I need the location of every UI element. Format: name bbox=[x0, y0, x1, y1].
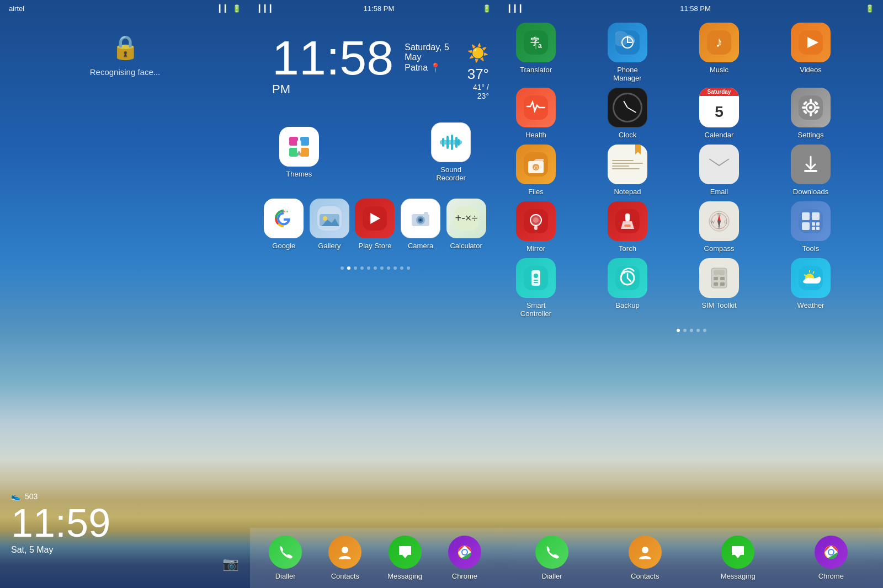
dock-middle: Dialler Contacts Messaging bbox=[250, 528, 500, 588]
dock-dialler[interactable]: Dialler bbox=[260, 536, 310, 580]
dock-contacts[interactable]: Contacts bbox=[320, 536, 370, 580]
svg-rect-48 bbox=[802, 106, 806, 109]
videos-icon bbox=[791, 23, 831, 62]
phone-manager-icon bbox=[608, 23, 647, 62]
dock-chrome[interactable]: Chrome bbox=[440, 536, 490, 580]
dot-active bbox=[677, 329, 680, 332]
dot bbox=[690, 329, 693, 332]
dock-dialler-label: Dialler bbox=[275, 572, 296, 580]
translator-icon: 字 a bbox=[516, 23, 556, 62]
app-compass[interactable]: N S W E Compass bbox=[694, 201, 744, 253]
camera-shortcut-icon[interactable]: 📷 bbox=[222, 556, 239, 571]
lock-date: Sat, 5 May bbox=[11, 545, 110, 555]
app-mirror[interactable]: Mirror bbox=[511, 201, 561, 253]
app-translator[interactable]: 字 a Translator bbox=[511, 23, 561, 82]
dock-right: Dialler Contacts Messaging bbox=[500, 528, 883, 588]
battery-right: 🔋 bbox=[865, 4, 874, 13]
svg-rect-64 bbox=[534, 226, 538, 230]
app-videos[interactable]: Videos bbox=[786, 23, 836, 82]
app-play-store[interactable]: Play Store bbox=[352, 199, 398, 250]
dialler-icon-right bbox=[535, 536, 568, 569]
app-torch[interactable]: Torch bbox=[603, 201, 652, 253]
app-email[interactable]: Email bbox=[694, 145, 744, 196]
dot bbox=[354, 266, 357, 270]
clock-big-time: 11:58 bbox=[272, 30, 393, 85]
smart-controller-label: Smart Controller bbox=[511, 301, 561, 318]
play-store-icon bbox=[355, 199, 395, 238]
svg-rect-9 bbox=[451, 135, 453, 150]
app-themes[interactable]: Themes bbox=[274, 127, 324, 178]
app-sound-recorder[interactable]: Sound Recorder bbox=[426, 122, 476, 182]
torch-label: Torch bbox=[619, 244, 636, 253]
lock-screen-panel: airtel ▎▎ 🔋 🔒 Recognising face... 👟 503 … bbox=[0, 0, 250, 588]
messaging-icon-right bbox=[721, 536, 754, 569]
svg-text:♪: ♪ bbox=[716, 34, 723, 50]
phone-manager-label: Phone Manager bbox=[603, 66, 652, 82]
clock-time-display: 11:58 PM bbox=[272, 34, 393, 97]
svg-text:+-×÷: +-×÷ bbox=[455, 212, 477, 224]
email-icon bbox=[699, 145, 739, 184]
clock-location-line: Patna 📍 bbox=[405, 62, 454, 73]
app-tools[interactable]: Tools bbox=[786, 201, 836, 253]
dot bbox=[367, 266, 370, 270]
app-camera[interactable]: Camera bbox=[398, 199, 444, 250]
svg-rect-1 bbox=[300, 137, 309, 146]
sound-recorder-label: Sound Recorder bbox=[426, 165, 476, 182]
calendar-label: Calendar bbox=[705, 131, 734, 139]
svg-rect-2 bbox=[289, 148, 298, 157]
music-label: Music bbox=[710, 66, 728, 74]
files-icon: ⊙ bbox=[516, 145, 556, 184]
app-calendar[interactable]: Saturday 5 Calendar bbox=[694, 88, 744, 139]
dock-messaging-label: Messaging bbox=[387, 572, 422, 580]
app-backup[interactable]: Backup bbox=[603, 258, 652, 318]
sound-recorder-icon bbox=[431, 122, 471, 162]
app-google[interactable]: Google bbox=[261, 199, 307, 250]
dot bbox=[380, 266, 384, 270]
app-health[interactable]: Health bbox=[511, 88, 561, 139]
app-gallery[interactable]: Gallery bbox=[307, 199, 353, 250]
app-clock[interactable]: Clock bbox=[603, 88, 652, 139]
apps-row-2: Google Gallery Play Store bbox=[250, 182, 500, 250]
health-icon bbox=[516, 88, 556, 127]
clock-date-display: Saturday, 5 May Patna 📍 bbox=[405, 34, 454, 73]
page-dots-middle bbox=[250, 266, 500, 270]
svg-point-86 bbox=[534, 274, 538, 278]
dot bbox=[393, 266, 397, 270]
app-weather[interactable]: Weather bbox=[786, 258, 836, 318]
app-music[interactable]: ♪ Music bbox=[694, 23, 744, 82]
app-sim-toolkit[interactable]: SIM Toolkit bbox=[694, 258, 744, 318]
status-bar-lock: airtel ▎▎ 🔋 bbox=[0, 0, 250, 17]
dot-active bbox=[347, 266, 350, 270]
app-phone-manager[interactable]: Phone Manager bbox=[603, 23, 652, 82]
app-notepad[interactable]: Notepad bbox=[603, 145, 652, 196]
svg-text:a: a bbox=[538, 42, 542, 50]
svg-rect-82 bbox=[812, 227, 815, 230]
svg-rect-79 bbox=[802, 222, 810, 230]
dock-messaging[interactable]: Messaging bbox=[380, 536, 430, 580]
cal-header: Saturday bbox=[699, 88, 739, 96]
mirror-label: Mirror bbox=[526, 244, 545, 253]
svg-point-28 bbox=[342, 547, 348, 553]
notepad-icon bbox=[608, 145, 647, 184]
app-smart-controller[interactable]: Smart Controller bbox=[511, 258, 561, 318]
svg-rect-0 bbox=[289, 137, 298, 146]
dock-right-contacts[interactable]: Contacts bbox=[620, 536, 670, 580]
svg-rect-83 bbox=[816, 227, 820, 230]
svg-rect-95 bbox=[720, 277, 725, 280]
app-settings[interactable]: Settings bbox=[786, 88, 836, 139]
torch-icon bbox=[608, 201, 647, 241]
dock-contacts-label: Contacts bbox=[331, 572, 359, 580]
contacts-right-label: Contacts bbox=[631, 572, 659, 580]
status-bar-right: ▎▎▎ 11:58 PM 🔋 bbox=[500, 0, 883, 17]
svg-rect-94 bbox=[714, 277, 718, 280]
carrier-label: airtel bbox=[9, 4, 24, 13]
dock-right-dialler[interactable]: Dialler bbox=[527, 536, 577, 580]
dock-right-messaging[interactable]: Messaging bbox=[713, 536, 763, 580]
minute-hand bbox=[627, 107, 637, 113]
smart-controller-icon bbox=[516, 258, 556, 298]
app-files[interactable]: ⊙ Files bbox=[511, 145, 561, 196]
themes-label: Themes bbox=[286, 170, 312, 178]
app-calculator[interactable]: +-×÷ Calculator bbox=[443, 199, 489, 250]
app-downloads[interactable]: Downloads bbox=[786, 145, 836, 196]
dock-right-chrome[interactable]: Chrome bbox=[806, 536, 856, 580]
